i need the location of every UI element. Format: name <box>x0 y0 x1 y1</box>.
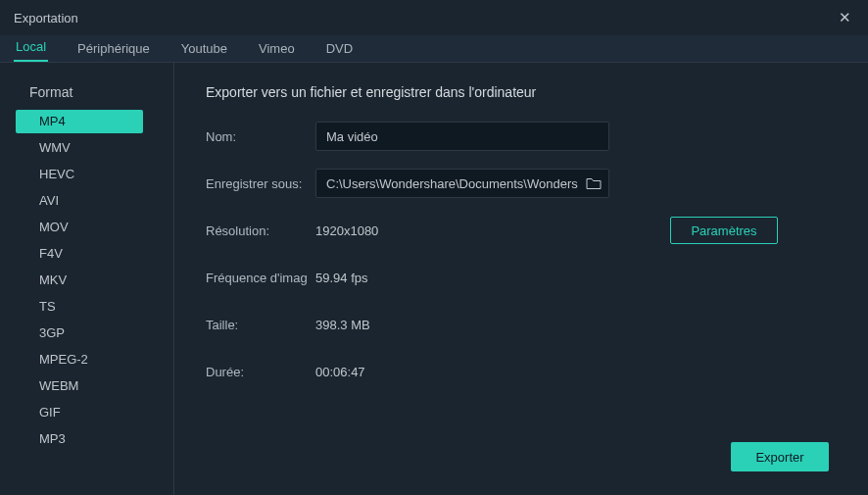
sidebar: Format MP4 WMV HEVC AVI MOV F4V MKV TS 3… <box>0 63 174 495</box>
row-resolution: Résolution: 1920x1080 Paramètres <box>206 216 837 245</box>
size-label: Taille: <box>206 318 315 332</box>
format-gif[interactable]: GIF <box>16 401 143 424</box>
tab-dvd[interactable]: DVD <box>324 41 355 62</box>
resolution-value: 1920x1080 <box>315 223 378 238</box>
format-mp4[interactable]: MP4 <box>16 110 143 133</box>
window-title: Exportation <box>14 11 78 25</box>
main-heading: Exporter vers un fichier et enregistrer … <box>206 84 837 100</box>
main-panel: Exporter vers un fichier et enregistrer … <box>174 63 868 495</box>
format-mpeg2[interactable]: MPEG-2 <box>16 348 143 371</box>
format-mov[interactable]: MOV <box>16 216 143 239</box>
row-name: Nom: <box>206 122 837 151</box>
format-webm[interactable]: WEBM <box>16 374 143 398</box>
format-avi[interactable]: AVI <box>16 189 143 213</box>
settings-button[interactable]: Paramètres <box>670 217 778 244</box>
format-hevc[interactable]: HEVC <box>16 163 143 186</box>
saveas-field[interactable]: C:\Users\Wondershare\Documents\Wonders <box>315 169 609 198</box>
format-list: MP4 WMV HEVC AVI MOV F4V MKV TS 3GP MPEG… <box>16 110 160 451</box>
framerate-label: Fréquence d'imag <box>206 271 315 285</box>
name-label: Nom: <box>206 129 315 144</box>
content: Format MP4 WMV HEVC AVI MOV F4V MKV TS 3… <box>0 63 868 495</box>
duration-label: Durée: <box>206 365 315 379</box>
duration-value: 00:06:47 <box>315 365 365 379</box>
sidebar-heading: Format <box>29 84 160 100</box>
tab-bar: Local Périphérique Youtube Vimeo DVD <box>0 35 868 63</box>
row-duration: Durée: 00:06:47 <box>206 357 837 386</box>
close-icon[interactable]: ✕ <box>835 8 854 27</box>
folder-icon[interactable] <box>585 174 603 192</box>
format-ts[interactable]: TS <box>16 295 143 319</box>
format-f4v[interactable]: F4V <box>16 242 143 266</box>
row-size: Taille: 398.3 MB <box>206 310 837 339</box>
saveas-path: C:\Users\Wondershare\Documents\Wonders <box>326 176 579 191</box>
tab-local[interactable]: Local <box>14 39 48 62</box>
tab-peripherique[interactable]: Périphérique <box>75 41 152 62</box>
tab-vimeo[interactable]: Vimeo <box>257 41 297 62</box>
format-mp3[interactable]: MP3 <box>16 427 143 451</box>
export-button[interactable]: Exporter <box>731 442 829 471</box>
row-saveas: Enregistrer sous: C:\Users\Wondershare\D… <box>206 169 837 198</box>
saveas-label: Enregistrer sous: <box>206 176 315 191</box>
name-input[interactable] <box>315 122 609 151</box>
row-framerate: Fréquence d'imag 59.94 fps <box>206 263 837 292</box>
format-mkv[interactable]: MKV <box>16 269 143 292</box>
format-3gp[interactable]: 3GP <box>16 322 143 345</box>
titlebar: Exportation ✕ <box>0 0 868 35</box>
format-wmv[interactable]: WMV <box>16 136 143 160</box>
tab-youtube[interactable]: Youtube <box>179 41 229 62</box>
size-value: 398.3 MB <box>315 318 370 332</box>
resolution-label: Résolution: <box>206 223 315 238</box>
framerate-value: 59.94 fps <box>315 271 368 285</box>
